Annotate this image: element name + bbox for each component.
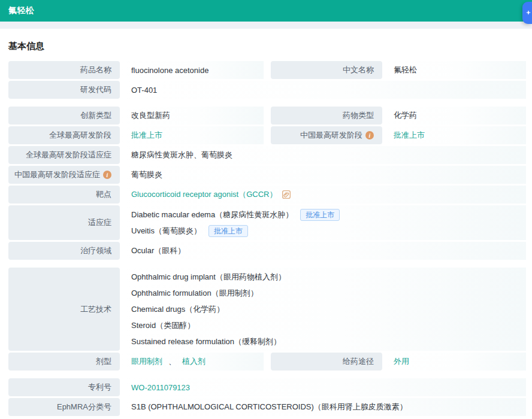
row-half: 药品名称 fluocinolone acetonide	[8, 61, 264, 79]
table-row-patent: 专利号 WO-2011079123	[8, 378, 526, 396]
field-label-text: 中国最高研发阶段	[300, 130, 362, 141]
info-icon[interactable]: i	[103, 171, 111, 179]
field-label-dosage-form: 剂型	[8, 353, 120, 371]
field-label-ephmra: EphMRA分类号	[8, 398, 120, 416]
field-value-technology: Ophthalmic drug implant（眼用药物植入剂） Ophthal…	[120, 268, 526, 351]
row-half: 给药途径 外用	[271, 353, 526, 371]
info-icon[interactable]: i	[365, 131, 374, 139]
field-label-text: 药品名称	[80, 65, 111, 75]
table-row-technology: 工艺技术 Ophthalmic drug implant（眼用药物植入剂） Op…	[8, 268, 526, 351]
list-separator: 、	[168, 356, 176, 367]
row-half: 中文名称 氟轻松	[271, 61, 526, 79]
field-value-text: 糖尿病性黄斑水肿、葡萄膜炎	[131, 150, 232, 160]
drug-detail-page: 氟轻松 基本信息 药品名称 fluocinolone acetonide	[0, 0, 532, 416]
field-value-innovation-type: 改良型新药	[120, 107, 264, 125]
table-row-ephmra: EphMRA分类号 S1B (OPHTHALMOLOGICAL CORTICOS…	[8, 398, 526, 416]
target-link[interactable]: Glucocorticoid receptor agonist（GCCR）	[131, 189, 277, 200]
row-half: 药物类型 化学药	[271, 107, 526, 125]
field-value-dosage-form: 眼用制剂 、 植入剂	[120, 353, 264, 371]
field-label-text: EphMRA分类号	[57, 402, 111, 412]
field-value-ephmra: S1B (OPHTHALMOLOGICAL CORTICOSTEROIDS)（眼…	[120, 398, 526, 416]
info-group-names: 药品名称 fluocinolone acetonide 中文名称 氟轻松	[8, 61, 526, 99]
table-row-drug-name: 药品名称 fluocinolone acetonide 中文名称 氟轻松	[8, 61, 526, 79]
field-label-drug-name: 药品名称	[8, 61, 120, 79]
field-value-chinese-name: 氟轻松	[382, 61, 526, 79]
field-label-rd-code: 研发代码	[8, 81, 120, 99]
technology-line: Steroid（类固醇）	[131, 317, 195, 333]
table-row-global-stage-indication: 全球最高研发阶段适应症 糖尿病性黄斑水肿、葡萄膜炎	[8, 146, 526, 164]
field-value-therapy-area: Ocular（眼科）	[120, 242, 526, 260]
header-shadow-strip	[0, 22, 532, 29]
row-half: 全球最高研发阶段 批准上市	[8, 126, 264, 144]
field-label-text: 靶点	[96, 189, 111, 200]
patent-link[interactable]: WO-2011079123	[131, 383, 190, 392]
field-label-text: 中国最高研发阶段适应症	[14, 169, 100, 180]
dosage-form-link[interactable]: 植入剂	[182, 356, 205, 367]
field-label-text: 工艺技术	[80, 304, 111, 315]
field-value-text: OT-401	[131, 86, 157, 95]
field-label-chinese-name: 中文名称	[271, 61, 382, 79]
table-row-therapy-area: 治疗领域 Ocular（眼科）	[8, 242, 526, 260]
field-label-technology: 工艺技术	[8, 268, 120, 351]
table-row-types: 创新类型 改良型新药 药物类型 化学药	[8, 107, 526, 125]
reference-link-icon[interactable]	[282, 190, 291, 199]
section-title: 基本信息	[8, 29, 526, 61]
field-label-text: 研发代码	[80, 84, 111, 95]
field-label-text: 治疗领域	[80, 245, 111, 256]
field-label-indications: 适应症	[8, 205, 120, 240]
field-label-text: 全球最高研发阶段	[49, 130, 111, 141]
field-label-china-stage: 中国最高研发阶段 i	[271, 126, 382, 144]
field-label-text: 全球最高研发阶段适应症	[26, 150, 111, 160]
field-label-text: 创新类型	[80, 110, 111, 121]
field-label-china-stage-indication: 中国最高研发阶段适应症 i	[8, 166, 120, 184]
technology-line: Ophthalmic formulation（眼用制剂）	[131, 285, 258, 301]
indication-line: Diabetic macular edema（糖尿病性黄斑水肿） 批准上市	[131, 207, 340, 223]
field-value-text: fluocinolone acetonide	[131, 66, 208, 75]
page-header: 氟轻松	[0, 0, 532, 22]
global-stage-link[interactable]: 批准上市	[131, 130, 162, 141]
field-value-text: 化学药	[394, 110, 417, 121]
field-value-indications: Diabetic macular edema（糖尿病性黄斑水肿） 批准上市 Uv…	[120, 205, 526, 240]
row-half: 剂型 眼用制剂 、 植入剂	[8, 353, 264, 371]
field-label-patent: 专利号	[8, 378, 120, 396]
indication-text: Diabetic macular edema（糖尿病性黄斑水肿）	[131, 207, 293, 223]
field-label-route: 给药途径	[271, 353, 382, 371]
field-label-global-stage: 全球最高研发阶段	[8, 126, 120, 144]
field-label-global-stage-indication: 全球最高研发阶段适应症	[8, 146, 120, 164]
china-stage-link[interactable]: 批准上市	[394, 130, 425, 141]
field-label-text: 药物类型	[343, 110, 374, 121]
field-value-drug-name: fluocinolone acetonide	[120, 61, 264, 79]
field-label-target: 靶点	[8, 186, 120, 204]
page-title: 氟轻松	[8, 5, 35, 16]
field-label-text: 适应症	[88, 217, 111, 228]
field-label-text: 专利号	[88, 382, 111, 393]
table-row-stages: 全球最高研发阶段 批准上市 中国最高研发阶段 i 批准上市	[8, 126, 526, 144]
field-label-innovation-type: 创新类型	[8, 107, 120, 125]
dosage-form-link[interactable]: 眼用制剂	[131, 356, 162, 367]
route-link[interactable]: 外用	[394, 356, 409, 367]
sparkle-icon	[525, 7, 532, 19]
field-value-patent: WO-2011079123	[120, 378, 526, 396]
field-value-china-stage: 批准上市	[382, 126, 526, 144]
field-value-rd-code: OT-401	[120, 81, 526, 99]
field-label-therapy-area: 治疗领域	[8, 242, 120, 260]
info-group-classification: 专利号 WO-2011079123 EphMRA分类号 S1B (OPHTHAL…	[8, 378, 526, 416]
table-row-indications: 适应症 Diabetic macular edema（糖尿病性黄斑水肿） 批准上…	[8, 205, 526, 240]
field-value-text: S1B (OPHTHALMOLOGICAL CORTICOSTEROIDS)（眼…	[131, 402, 407, 412]
table-row-china-stage-indication: 中国最高研发阶段适应症 i 葡萄膜炎	[8, 166, 526, 184]
field-value-text: 改良型新药	[131, 110, 170, 121]
assistant-button[interactable]	[522, 2, 532, 24]
field-value-text: 氟轻松	[394, 65, 417, 75]
field-label-text: 中文名称	[343, 65, 374, 75]
technology-line: Chemical drugs（化学药）	[131, 301, 224, 317]
field-label-drug-type: 药物类型	[271, 107, 382, 125]
info-group-technology: 工艺技术 Ophthalmic drug implant（眼用药物植入剂） Op…	[8, 268, 526, 371]
row-half: 创新类型 改良型新药	[8, 107, 264, 125]
table-row-rd-code: 研发代码 OT-401	[8, 81, 526, 99]
field-value-text: Ocular（眼科）	[131, 245, 185, 256]
field-value-global-stage: 批准上市	[120, 126, 264, 144]
info-group-development: 创新类型 改良型新药 药物类型 化学药	[8, 107, 526, 260]
status-badge: 批准上市	[208, 225, 248, 237]
field-value-text: 葡萄膜炎	[131, 169, 162, 180]
content-area: 基本信息 药品名称 fluocinolone acetonide 中文名称	[0, 29, 532, 416]
